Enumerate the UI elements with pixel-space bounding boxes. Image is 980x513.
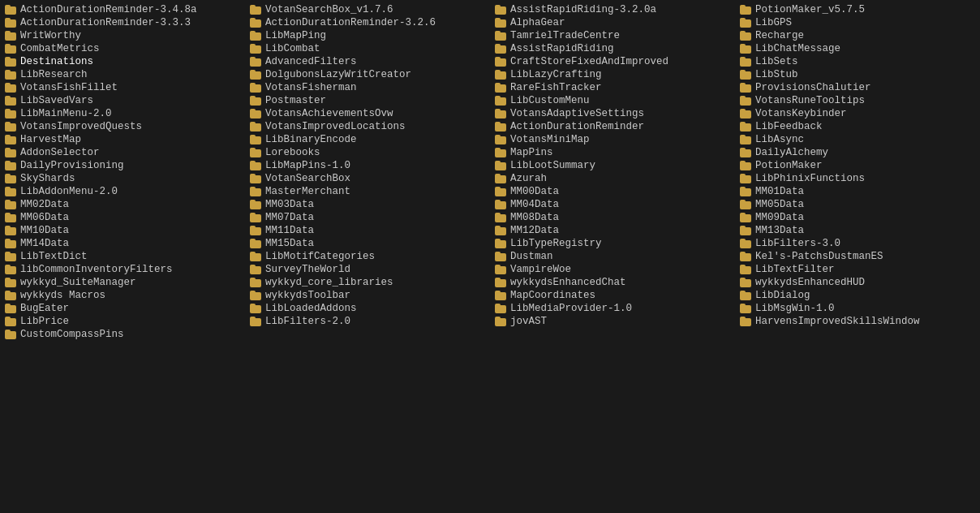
list-item[interactable]: RareFishTracker <box>490 81 735 94</box>
list-item[interactable]: libCommonInventoryFilters <box>0 263 245 276</box>
list-item[interactable]: TamrielTradeCentre <box>490 29 735 42</box>
list-item[interactable]: HarvensImprovedSkillsWindow <box>735 315 980 328</box>
list-item[interactable]: LibBinaryEncode <box>245 133 490 146</box>
list-item[interactable]: wykkydsToolbar <box>245 289 490 302</box>
list-item[interactable]: LibTextDict <box>0 250 245 263</box>
list-item[interactable]: AssistRapidRiding-3.2.0a <box>490 3 735 16</box>
list-item[interactable]: Recharge <box>735 29 980 42</box>
list-item[interactable]: SurveyTheWorld <box>245 263 490 276</box>
list-item[interactable]: VotansKeybinder <box>735 107 980 120</box>
list-item[interactable]: MasterMerchant <box>245 185 490 198</box>
list-item[interactable]: wykkyd_SuiteManager <box>0 276 245 289</box>
list-item[interactable]: wykkyd_core_libraries <box>245 276 490 289</box>
list-item[interactable]: LibAddonMenu-2.0 <box>0 185 245 198</box>
list-item[interactable]: LibMsgWin-1.0 <box>735 302 980 315</box>
list-item[interactable]: DolgubonsLazyWritCreator <box>245 68 490 81</box>
list-item[interactable]: LibTextFilter <box>735 263 980 276</box>
list-item[interactable]: MM14Data <box>0 237 245 250</box>
list-item[interactable]: SkyShards <box>0 172 245 185</box>
list-item[interactable]: MapPins <box>490 146 735 159</box>
list-item[interactable]: LibPhinixFunctions <box>735 172 980 185</box>
list-item[interactable]: LibAsync <box>735 133 980 146</box>
list-item[interactable]: LibTypeRegistry <box>490 237 735 250</box>
list-item[interactable]: CombatMetrics <box>0 42 245 55</box>
list-item[interactable]: VotansRuneTooltips <box>735 94 980 107</box>
list-item[interactable]: LibMapPing <box>245 29 490 42</box>
list-item[interactable]: LibCustomMenu <box>490 94 735 107</box>
list-item[interactable]: BugEater <box>0 302 245 315</box>
list-item[interactable]: LibLootSummary <box>490 159 735 172</box>
list-item[interactable]: LibCombat <box>245 42 490 55</box>
list-item[interactable]: ActionDurationReminder-3.2.6 <box>245 16 490 29</box>
list-item[interactable]: MapCoordinates <box>490 289 735 302</box>
list-item[interactable]: MM02Data <box>0 198 245 211</box>
list-item[interactable]: VotansAdaptiveSettings <box>490 107 735 120</box>
list-item[interactable]: LibPrice <box>0 315 245 328</box>
list-item[interactable]: wykkydsEnhancedChat <box>490 276 735 289</box>
list-item[interactable]: LibResearch <box>0 68 245 81</box>
list-item[interactable]: VotansImprovedLocations <box>245 120 490 133</box>
list-item[interactable]: LibGPS <box>735 16 980 29</box>
list-item[interactable]: PotionMaker <box>735 159 980 172</box>
list-item[interactable]: CustomCompassPins <box>0 328 245 341</box>
list-item[interactable]: LibLoadedAddons <box>245 302 490 315</box>
list-item[interactable]: MM06Data <box>0 211 245 224</box>
list-item[interactable]: PotionMaker_v5.7.5 <box>735 3 980 16</box>
list-item[interactable]: Azurah <box>490 172 735 185</box>
list-item[interactable]: LibMainMenu-2.0 <box>0 107 245 120</box>
list-item[interactable]: wykkydsEnhancedHUD <box>735 276 980 289</box>
list-item[interactable]: VotansFishFillet <box>0 81 245 94</box>
list-item[interactable]: wykkyds Macros <box>0 289 245 302</box>
list-item[interactable]: Dustman <box>490 250 735 263</box>
list-item[interactable]: LibMotifCategories <box>245 250 490 263</box>
list-item[interactable]: Lorebooks <box>245 146 490 159</box>
list-item[interactable]: MM04Data <box>490 198 735 211</box>
list-item[interactable]: MM10Data <box>0 224 245 237</box>
list-item[interactable]: VotansMiniMap <box>490 133 735 146</box>
list-item[interactable]: MM03Data <box>245 198 490 211</box>
list-item[interactable]: DailyAlchemy <box>735 146 980 159</box>
list-item[interactable]: MM07Data <box>245 211 490 224</box>
list-item[interactable]: DailyProvisioning <box>0 159 245 172</box>
list-item[interactable]: LibSets <box>735 55 980 68</box>
list-item[interactable]: MM05Data <box>735 198 980 211</box>
list-item[interactable]: VotansImprovedQuests <box>0 120 245 133</box>
list-item[interactable]: MM09Data <box>735 211 980 224</box>
list-item[interactable]: MM01Data <box>735 185 980 198</box>
list-item[interactable]: VotansFisherman <box>245 81 490 94</box>
list-item[interactable]: LibMapPins-1.0 <box>245 159 490 172</box>
list-item[interactable]: Kel's-PatchsDustmanES <box>735 250 980 263</box>
list-item[interactable]: ActionDurationReminder-3.4.8a <box>0 3 245 16</box>
list-item[interactable]: LibSavedVars <box>0 94 245 107</box>
list-item[interactable]: CraftStoreFixedAndImproved <box>490 55 735 68</box>
list-item[interactable]: LibMediaProvider-1.0 <box>490 302 735 315</box>
list-item[interactable]: AddonSelector <box>0 146 245 159</box>
list-item[interactable]: AlphaGear <box>490 16 735 29</box>
list-item[interactable]: LibFeedback <box>735 120 980 133</box>
list-item[interactable]: Postmaster <box>245 94 490 107</box>
list-item[interactable]: LibFilters-3.0 <box>735 237 980 250</box>
list-item[interactable]: AssistRapidRiding <box>490 42 735 55</box>
list-item[interactable]: MM00Data <box>490 185 735 198</box>
list-item[interactable]: AdvancedFilters <box>245 55 490 68</box>
list-item[interactable]: MM08Data <box>490 211 735 224</box>
list-item[interactable]: LibChatMessage <box>735 42 980 55</box>
list-item[interactable]: MM12Data <box>490 224 735 237</box>
list-item[interactable]: HarvestMap <box>0 133 245 146</box>
list-item[interactable]: ActionDurationReminder-3.3.3 <box>0 16 245 29</box>
list-item[interactable]: ActionDurationReminder <box>490 120 735 133</box>
list-item[interactable]: LibDialog <box>735 289 980 302</box>
list-item[interactable]: jovAST <box>490 315 735 328</box>
list-item[interactable]: MM15Data <box>245 237 490 250</box>
list-item[interactable]: Destinations <box>0 55 245 68</box>
list-item[interactable]: VotanSearchBox <box>245 172 490 185</box>
list-item[interactable]: LibStub <box>735 68 980 81</box>
list-item[interactable]: MM11Data <box>245 224 490 237</box>
list-item[interactable]: ProvisionsChalutier <box>735 81 980 94</box>
list-item[interactable]: VampireWoe <box>490 263 735 276</box>
list-item[interactable]: WritWorthy <box>0 29 245 42</box>
list-item[interactable]: VotanSearchBox_v1.7.6 <box>245 3 490 16</box>
list-item[interactable]: LibLazyCrafting <box>490 68 735 81</box>
list-item[interactable]: MM13Data <box>735 224 980 237</box>
list-item[interactable]: VotansAchievementsOvw <box>245 107 490 120</box>
